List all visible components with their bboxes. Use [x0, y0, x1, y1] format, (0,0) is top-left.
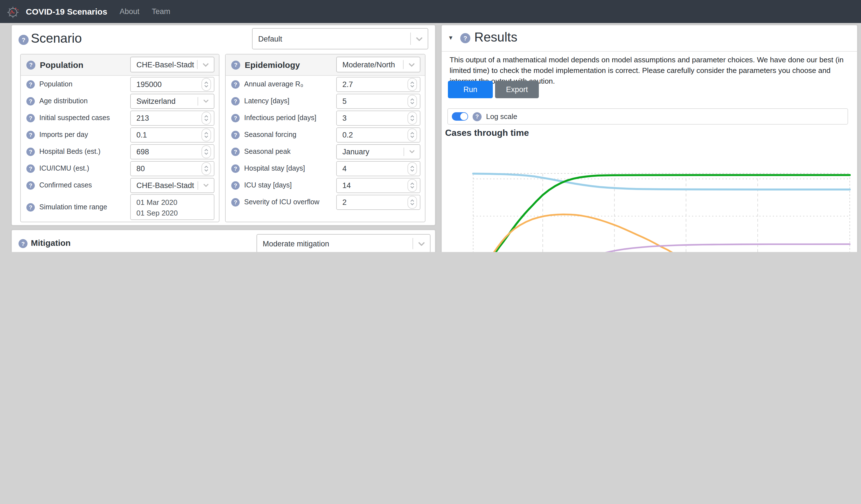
export-button[interactable]: Export — [495, 81, 539, 98]
epidemiology-help-icon[interactable]: ? — [231, 60, 240, 69]
collapse-caret-icon[interactable]: ▾ — [449, 34, 452, 42]
results-help-icon[interactable]: ? — [460, 33, 470, 43]
epidemiology-row: ?Seasonal forcing0.2 — [226, 126, 425, 143]
field-label: Infectious period [days] — [244, 114, 316, 122]
log-scale-toggle[interactable] — [452, 112, 468, 121]
cases-chart-title: Cases through time — [445, 128, 529, 138]
field-value: 3 — [337, 114, 408, 122]
virus-logo-icon[interactable] — [5, 4, 20, 19]
number-stepper[interactable] — [202, 145, 211, 158]
field-value: January — [337, 147, 404, 156]
cases-chart — [443, 170, 857, 252]
number-stepper[interactable] — [202, 78, 211, 91]
top-navbar: COVID-19 Scenarios About Team — [0, 0, 861, 23]
input-icu-icmu-est[interactable]: 80 — [130, 161, 215, 176]
epidemiology-row: ?Infectious period [days]3 — [226, 109, 425, 126]
scenario-preset-select[interactable]: Default — [252, 28, 428, 50]
input-hospital-stay-days[interactable]: 4 — [336, 161, 420, 176]
field-help-icon[interactable]: ? — [231, 114, 240, 122]
run-button[interactable]: Run — [448, 81, 493, 98]
field-label: ICU stay [days] — [244, 181, 292, 189]
population-row: ?Simulation time range01 Mar 202001 Sep … — [21, 194, 219, 221]
epidemiology-row: ?Severity of ICU overflow2 — [226, 194, 425, 210]
epidemiology-section: ? Epidemiology Moderate/North ?Annual av… — [225, 54, 425, 222]
input-initial-suspected-cases[interactable]: 213 — [130, 110, 215, 125]
mitigation-preset-select[interactable]: Moderate mitigation — [257, 234, 430, 252]
epidemiology-row: ?Hospital stay [days]4 — [226, 160, 425, 177]
number-stepper[interactable] — [408, 111, 417, 124]
select-seasonal-peak[interactable]: January — [336, 144, 420, 159]
field-help-icon[interactable]: ? — [26, 203, 35, 211]
field-help-icon[interactable]: ? — [26, 114, 35, 122]
field-value: 213 — [131, 114, 202, 122]
input-hospital-beds-est[interactable]: 698 — [130, 144, 215, 159]
number-stepper[interactable] — [408, 162, 417, 175]
population-row: ?Population195000 — [21, 76, 219, 93]
field-value: 0.1 — [131, 131, 202, 139]
log-scale-help-icon[interactable]: ? — [473, 112, 481, 121]
log-scale-label: Log scale — [486, 112, 517, 121]
field-help-icon[interactable]: ? — [231, 164, 240, 173]
date-value: 01 Sep 2020 — [136, 208, 208, 218]
input-population[interactable]: 195000 — [130, 77, 215, 92]
population-help-icon[interactable]: ? — [26, 60, 35, 69]
population-row: ?Hospital Beds (est.)698 — [21, 143, 219, 160]
nav-link-team[interactable]: Team — [152, 7, 170, 16]
chevron-down-icon — [197, 63, 214, 67]
scenario-title: Scenario — [31, 31, 82, 46]
field-help-icon[interactable]: ? — [26, 97, 35, 105]
field-help-icon[interactable]: ? — [26, 131, 35, 139]
field-help-icon[interactable]: ? — [26, 80, 35, 88]
input-latency-days[interactable]: 5 — [336, 93, 420, 109]
scenario-header: ? Scenario Default — [12, 25, 435, 53]
number-stepper[interactable] — [408, 128, 417, 141]
field-value: 195000 — [131, 80, 202, 88]
scenario-card: ? Scenario Default ? Population CHE-Base… — [11, 25, 436, 226]
epidemiology-header: ? Epidemiology Moderate/North — [226, 54, 425, 76]
mitigation-help-icon[interactable]: ? — [18, 239, 27, 248]
field-value: 5 — [337, 97, 408, 105]
number-stepper[interactable] — [408, 179, 417, 192]
nav-link-about[interactable]: About — [120, 7, 139, 16]
number-stepper[interactable] — [408, 78, 417, 91]
input-imports-per-day[interactable]: 0.1 — [130, 127, 215, 142]
select-confirmed-cases[interactable]: CHE-Basel-Stadt — [130, 178, 215, 193]
input-icu-stay-days[interactable]: 14 — [336, 178, 420, 193]
results-header: ▾ ? Results — [442, 25, 857, 52]
select-age-distribution[interactable]: Switzerland — [130, 93, 215, 109]
number-stepper[interactable] — [202, 111, 211, 124]
simulation-time-range[interactable]: 01 Mar 202001 Sep 2020 — [130, 194, 215, 220]
field-label: Seasonal peak — [244, 148, 290, 155]
app-window: COVID-19 Scenarios About Team ? Scenario… — [0, 0, 861, 252]
field-help-icon[interactable]: ? — [231, 147, 240, 156]
input-seasonal-forcing[interactable]: 0.2 — [336, 127, 420, 142]
field-help-icon[interactable]: ? — [26, 147, 35, 156]
population-preset-select[interactable]: CHE-Basel-Stadt — [130, 57, 215, 72]
results-card: ▾ ? Results This output of a mathematica… — [441, 25, 858, 252]
field-help-icon[interactable]: ? — [231, 181, 240, 189]
field-help-icon[interactable]: ? — [26, 181, 35, 189]
field-value: 2.7 — [337, 80, 408, 88]
number-stepper[interactable] — [202, 162, 211, 175]
number-stepper[interactable] — [408, 195, 417, 208]
field-label: Population — [39, 80, 72, 88]
chevron-down-icon — [413, 242, 430, 246]
population-row: ?ICU/ICMU (est.)80 — [21, 160, 219, 177]
scenario-help-icon[interactable]: ? — [18, 35, 29, 45]
field-help-icon[interactable]: ? — [231, 131, 240, 139]
field-label: Severity of ICU overflow — [244, 198, 319, 206]
number-stepper[interactable] — [408, 95, 417, 108]
input-severity-of-icu-overflow[interactable]: 2 — [336, 194, 420, 209]
field-help-icon[interactable]: ? — [231, 80, 240, 88]
population-section: ? Population CHE-Basel-Stadt ?Population… — [20, 54, 219, 222]
field-help-icon[interactable]: ? — [231, 198, 240, 206]
chevron-down-icon — [404, 150, 420, 153]
number-stepper[interactable] — [202, 128, 211, 141]
input-annual-average-r[interactable]: 2.7 — [336, 77, 420, 92]
epidemiology-preset-select[interactable]: Moderate/North — [336, 57, 420, 72]
app-title[interactable]: COVID-19 Scenarios — [26, 7, 107, 16]
field-help-icon[interactable]: ? — [231, 97, 240, 105]
population-row: ?Imports per day0.1 — [21, 126, 219, 143]
input-infectious-period-days[interactable]: 3 — [336, 110, 420, 125]
field-help-icon[interactable]: ? — [26, 164, 35, 173]
